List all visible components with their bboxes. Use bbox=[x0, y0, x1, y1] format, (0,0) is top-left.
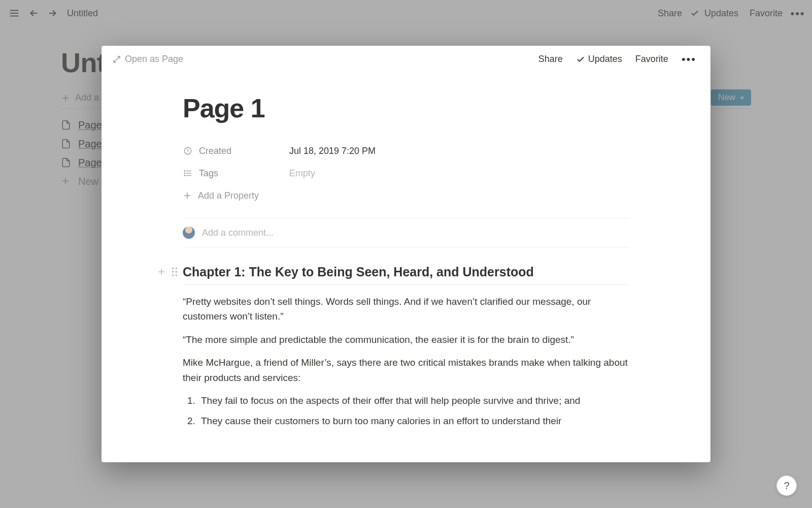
property-tags[interactable]: Tags Empty bbox=[183, 163, 629, 183]
check-icon bbox=[576, 55, 585, 64]
clock-icon bbox=[183, 146, 193, 156]
page-modal: Open as Page Share Updates Favorite ••• … bbox=[101, 46, 710, 462]
add-property-label: Add a Property bbox=[198, 190, 259, 201]
page-title[interactable]: Page 1 bbox=[183, 93, 629, 123]
list-item[interactable]: They fail to focus on the aspects of the… bbox=[198, 393, 629, 408]
open-as-page-label: Open as Page bbox=[125, 54, 183, 65]
add-property-button[interactable]: Add a Property bbox=[183, 185, 629, 206]
property-label: Tags bbox=[199, 168, 218, 179]
svg-point-25 bbox=[176, 271, 178, 273]
paragraph[interactable]: “The more simple and predictable the com… bbox=[183, 332, 629, 347]
modal-top-bar: Open as Page Share Updates Favorite ••• bbox=[101, 46, 710, 73]
ordered-list[interactable]: They fail to focus on the aspects of the… bbox=[183, 393, 629, 428]
comment-input[interactable]: Add a comment... bbox=[183, 218, 629, 247]
property-value: Jul 18, 2019 7:20 PM bbox=[289, 146, 376, 156]
plus-icon bbox=[183, 191, 192, 200]
modal-favorite-button[interactable]: Favorite bbox=[632, 52, 671, 67]
comment-placeholder: Add a comment... bbox=[202, 228, 274, 238]
modal-body: Page 1 Created Jul 18, 2019 7:20 PM Tags… bbox=[101, 73, 710, 462]
paragraph[interactable]: “Pretty websites don’t sell things. Word… bbox=[183, 294, 629, 324]
svg-point-26 bbox=[172, 274, 174, 276]
list-item[interactable]: They cause their customers to burn too m… bbox=[198, 414, 629, 428]
svg-point-16 bbox=[184, 173, 185, 174]
svg-point-24 bbox=[172, 271, 174, 273]
svg-point-15 bbox=[184, 171, 185, 172]
drag-handle-icon[interactable] bbox=[170, 267, 180, 277]
help-button[interactable]: ? bbox=[776, 475, 797, 496]
property-value: Empty bbox=[289, 168, 315, 179]
modal-more-icon[interactable]: ••• bbox=[679, 54, 699, 64]
plus-icon[interactable] bbox=[156, 267, 166, 277]
modal-updates-button[interactable]: Updates bbox=[573, 52, 625, 67]
svg-point-22 bbox=[172, 267, 174, 269]
svg-point-17 bbox=[184, 175, 185, 176]
modal-updates-label: Updates bbox=[588, 54, 622, 65]
list-icon bbox=[183, 168, 193, 178]
svg-point-23 bbox=[176, 267, 178, 269]
svg-line-9 bbox=[117, 56, 120, 59]
svg-line-10 bbox=[114, 59, 117, 62]
avatar bbox=[183, 227, 195, 239]
open-as-page-button[interactable]: Open as Page bbox=[113, 54, 183, 65]
property-label: Created bbox=[199, 146, 231, 156]
paragraph[interactable]: Mike McHargue, a friend of Miller’s, say… bbox=[183, 355, 629, 385]
modal-share-button[interactable]: Share bbox=[535, 52, 566, 67]
svg-point-27 bbox=[176, 274, 178, 276]
expand-icon bbox=[113, 55, 121, 64]
property-created[interactable]: Created Jul 18, 2019 7:20 PM bbox=[183, 141, 629, 161]
properties: Created Jul 18, 2019 7:20 PM Tags Empty … bbox=[183, 141, 629, 215]
heading-text: Chapter 1: The Key to Being Seen, Heard,… bbox=[183, 265, 629, 279]
divider bbox=[183, 284, 629, 285]
heading-block[interactable]: Chapter 1: The Key to Being Seen, Heard,… bbox=[183, 265, 629, 279]
